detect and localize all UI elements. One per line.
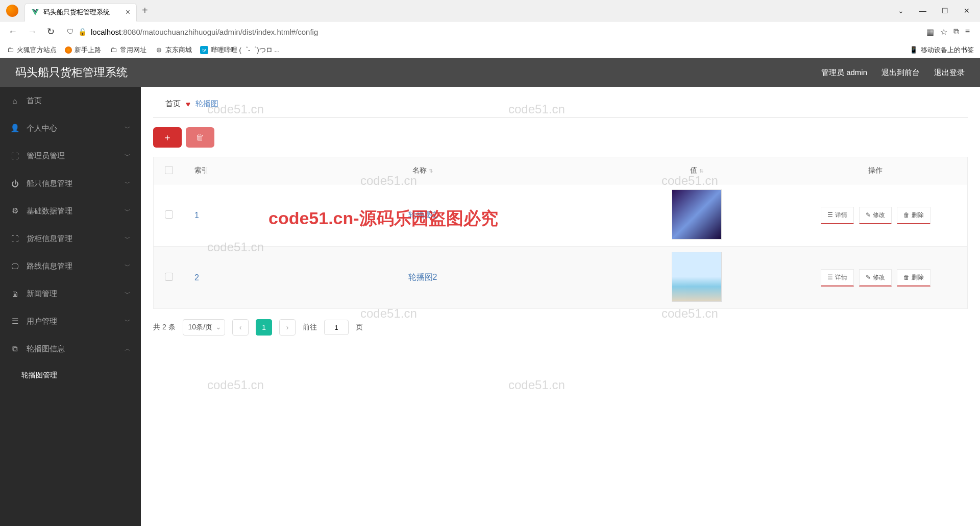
cell-index: 1 [184,211,235,220]
chevron-down-icon: ﹀ [125,234,131,243]
row-checkbox[interactable] [165,273,173,281]
cell-index: 2 [184,273,235,282]
folder-icon: 🗀 [6,46,14,54]
page-size-select[interactable]: 10条/页 ⌄ [183,319,225,336]
goto-label: 前往 [303,323,317,332]
sort-icon: ⇅ [699,168,703,174]
chevron-down-icon[interactable]: ⌄ [898,7,904,15]
sidebar-item-admin[interactable]: ⛶管理员管理﹀ [0,142,141,170]
window-controls: ⌄ — ☐ ✕ [898,7,980,15]
reload-button[interactable]: ↻ [45,24,57,39]
browser-tab[interactable]: 码头船只货柜管理系统 × [24,3,137,21]
url-input[interactable]: 🛡 🔒 localhost:8080/matouchuanzhihuogui/a… [63,28,920,36]
sidebar-item-profile[interactable]: 👤个人中心﹀ [0,114,141,142]
tab-close-button[interactable]: × [126,8,130,17]
logout-front-link[interactable]: 退出到前台 [881,68,920,78]
sidebar-item-carousel[interactable]: ⧉轮播图信息︿ [0,335,141,363]
toolbar: ＋ 🗑 [141,118,980,157]
sidebar-subitem-carousel-manage[interactable]: 轮播图管理 [0,363,141,388]
monitor-icon: 🖵 [10,262,19,271]
add-button[interactable]: ＋ [153,127,182,148]
menu-icon[interactable]: ≡ [965,27,970,37]
chevron-down-icon: ﹀ [125,317,131,326]
bookmark-star-icon[interactable]: ☆ [940,27,947,37]
firefox-icon [6,5,18,17]
lock-icon: 🔒 [78,28,87,36]
watermark: code51.cn [207,378,264,392]
row-delete-button[interactable]: 🗑删除 [897,207,930,224]
shield-icon: 🛡 [67,28,74,36]
bookmark-item[interactable]: tv哔哩哔哩 (゜-゜)つロ ... [200,45,280,55]
chevron-up-icon: ︿ [125,345,131,353]
chevron-down-icon: ﹀ [125,262,131,271]
logout-link[interactable]: 退出登录 [934,68,965,78]
chevron-down-icon: ﹀ [125,152,131,160]
qr-icon[interactable]: ▦ [926,27,934,37]
minimize-button[interactable]: — [919,7,926,15]
row-delete-button[interactable]: 🗑删除 [897,269,930,286]
app-title: 码头船只货柜管理系统 [15,65,128,80]
main-content: 首页 ♥ 轮播图 ＋ 🗑 索引 名称⇅ 值⇅ 操作 1 轮播图1 ☰详情 [141,87,980,526]
home-icon: ⌂ [10,97,19,105]
back-button[interactable]: ← [6,25,19,39]
edit-button[interactable]: ✎修改 [859,269,892,286]
power-icon: ⏻ [10,179,19,188]
folder-icon: 🗀 [109,46,117,54]
new-tab-button[interactable]: + [142,5,148,16]
close-button[interactable]: ✕ [964,7,970,15]
total-label: 共 2 条 [153,323,176,332]
thumbnail-image [672,189,722,240]
next-page-button[interactable]: › [279,319,296,336]
delete-button[interactable]: 🗑 [186,127,214,148]
page-number-button[interactable]: 1 [256,319,272,336]
table-row: 2 轮播图2 ☰详情 ✎修改 🗑删除 [154,246,967,308]
admin-label[interactable]: 管理员 admin [821,68,867,78]
col-ops: 操作 [783,166,967,175]
forward-button[interactable]: → [26,25,39,39]
browser-tab-bar: 码头船只货柜管理系统 × + ⌄ — ☐ ✕ [0,0,980,21]
detail-button[interactable]: ☰详情 [821,269,854,286]
sidebar-item-news[interactable]: 🗎新闻管理﹀ [0,280,141,307]
trash-icon: 🗑 [903,211,910,219]
page-input[interactable] [324,320,349,335]
sidebar-item-home[interactable]: ⌂首页 [0,87,141,114]
col-value[interactable]: 值⇅ [610,166,783,175]
bookmark-item[interactable]: 新手上路 [65,45,101,55]
sidebar-item-user[interactable]: ☰用户管理﹀ [0,307,141,335]
maximize-button[interactable]: ☐ [942,7,948,15]
bookmarks-bar: 🗀火狐官方站点 新手上路 🗀常用网址 ⊕京东商城 tv哔哩哔哩 (゜-゜)つロ … [0,42,980,58]
table-row: 1 轮播图1 ☰详情 ✎修改 🗑删除 [154,184,967,246]
chevron-down-icon: ﹀ [125,290,131,298]
bookmark-item[interactable]: ⊕京东商城 [155,45,192,55]
bilibili-icon: tv [200,46,208,54]
sidebar-item-basedata[interactable]: ⚙基础数据管理﹀ [0,197,141,225]
firefox-small-icon [65,46,72,54]
mobile-icon: 📱 [910,46,918,54]
pagination: 共 2 条 10条/页 ⌄ ‹ 1 › 前往 页 [141,309,980,346]
edit-button[interactable]: ✎修改 [859,207,892,224]
extensions-icon[interactable]: ⧉ [953,27,959,37]
edit-icon: ✎ [866,211,871,219]
select-all-checkbox[interactable] [165,166,173,174]
cell-name: 轮播图2 [235,272,610,283]
bookmark-item[interactable]: 🗀火狐官方站点 [6,45,57,55]
col-name[interactable]: 名称⇅ [235,166,610,175]
breadcrumb-home[interactable]: 首页 [165,99,181,109]
watermark: code51.cn [508,378,565,392]
data-table: 索引 名称⇅ 值⇅ 操作 1 轮播图1 ☰详情 ✎修改 🗑删除 2 轮播图2 [153,157,968,309]
sort-icon: ⇅ [429,168,433,174]
table-header: 索引 名称⇅ 值⇅ 操作 [154,157,967,184]
thumbnail-image [672,252,722,302]
prev-page-button[interactable]: ‹ [232,319,249,336]
mobile-bookmarks[interactable]: 📱移动设备上的书签 [910,45,974,55]
app-header: 码头船只货柜管理系统 管理员 admin 退出到前台 退出登录 [0,58,980,87]
sidebar-item-route[interactable]: 🖵路线信息管理﹀ [0,252,141,280]
sidebar-item-ship[interactable]: ⏻船只信息管理﹀ [0,170,141,197]
bookmark-item[interactable]: 🗀常用网址 [109,45,146,55]
breadcrumb-current: 轮播图 [195,99,218,109]
doc-icon: 🗎 [10,290,19,298]
detail-button[interactable]: ☰详情 [821,207,854,224]
address-bar: ← → ↻ 🛡 🔒 localhost:8080/matouchuanzhihu… [0,21,980,42]
sidebar-item-container[interactable]: ⛶货柜信息管理﹀ [0,225,141,252]
row-checkbox[interactable] [165,210,173,219]
